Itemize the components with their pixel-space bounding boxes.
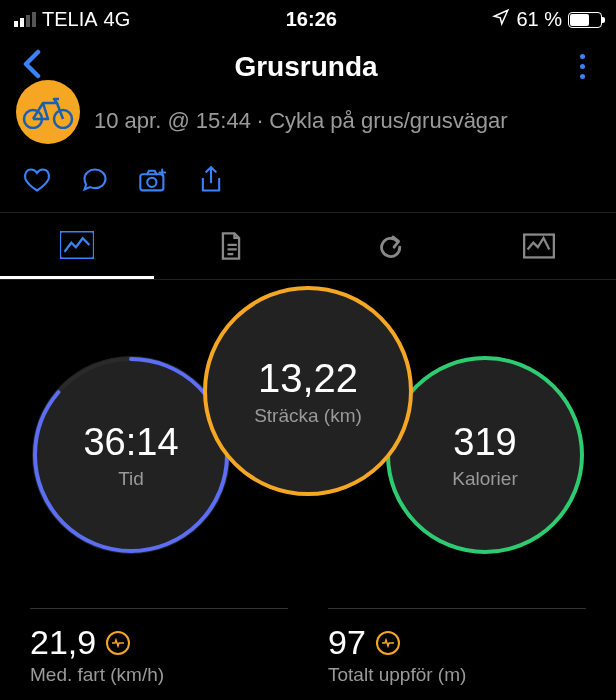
stats-row: 21,9 Med. fart (km/h) 97 Totalt uppför (…	[0, 608, 616, 686]
add-photo-button[interactable]	[138, 166, 168, 194]
activity-header: 10 apr. @ 15:44 · Cykla på grus/grusväga…	[0, 100, 616, 152]
location-icon	[492, 8, 510, 31]
back-button[interactable]	[16, 49, 48, 84]
network-label: 4G	[104, 8, 131, 31]
pulse-icon	[106, 631, 130, 655]
carrier-label: TELIA	[42, 8, 98, 31]
tab-laps[interactable]	[308, 213, 462, 279]
signal-icon	[14, 12, 36, 27]
speed-value: 21,9	[30, 623, 96, 662]
tab-charts[interactable]	[462, 213, 616, 279]
share-button[interactable]	[196, 166, 226, 194]
nav-bar: Grusrunda	[0, 37, 616, 100]
tab-stats[interactable]	[0, 213, 154, 279]
ascent-label: Totalt uppför (m)	[328, 664, 586, 686]
clock: 16:26	[286, 8, 337, 31]
pulse-icon	[376, 631, 400, 655]
like-button[interactable]	[22, 166, 52, 194]
distance-ring: 13,22 Sträcka (km)	[203, 286, 413, 496]
ascent-value: 97	[328, 623, 366, 662]
stat-speed: 21,9 Med. fart (km/h)	[30, 608, 288, 686]
summary-rings: 36:14 Tid 319 Kalorier 13,22 Sträcka (km…	[0, 280, 616, 600]
comment-button[interactable]	[80, 166, 110, 194]
svg-point-3	[147, 178, 156, 187]
tab-notes[interactable]	[154, 213, 308, 279]
calories-label: Kalorier	[452, 468, 517, 490]
activity-subtitle: 10 apr. @ 15:44 · Cykla på grus/grusväga…	[94, 104, 508, 136]
activity-avatar	[16, 80, 80, 144]
time-ring: 36:14 Tid	[32, 356, 230, 554]
speed-label: Med. fart (km/h)	[30, 664, 288, 686]
action-row	[0, 152, 616, 212]
bike-icon	[21, 95, 75, 129]
stat-ascent: 97 Totalt uppför (m)	[328, 608, 586, 686]
battery-pct: 61 %	[516, 8, 562, 31]
tab-strip	[0, 212, 616, 280]
distance-label: Sträcka (km)	[254, 405, 362, 427]
status-bar: TELIA 4G 16:26 61 %	[0, 0, 616, 37]
calories-ring: 319 Kalorier	[386, 356, 584, 554]
battery-icon	[568, 12, 602, 28]
calories-value: 319	[453, 421, 516, 464]
distance-value: 13,22	[258, 356, 358, 401]
page-title: Grusrunda	[48, 51, 564, 83]
more-button[interactable]	[564, 50, 600, 83]
